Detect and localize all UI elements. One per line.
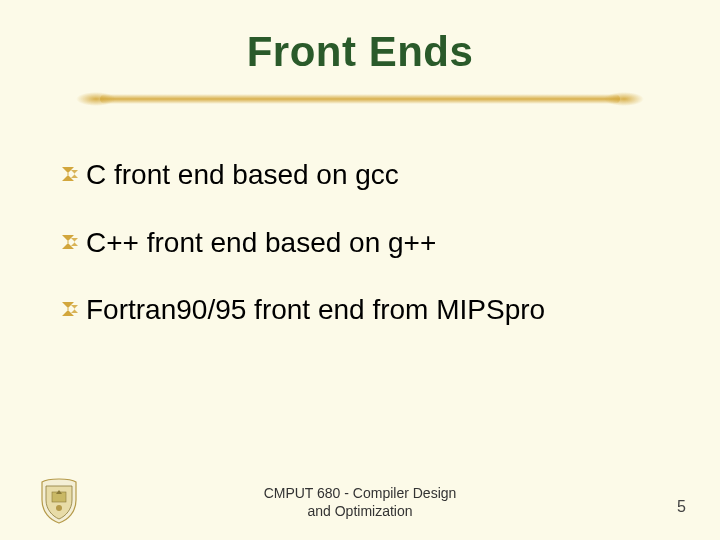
- title-underline: [100, 88, 620, 110]
- content-area: C front end based on gcc C++ front end b…: [0, 110, 720, 327]
- title-area: Front Ends: [0, 0, 720, 110]
- bullet-item: Fortran90/95 front end from MIPSpro: [60, 293, 660, 327]
- slide-title: Front Ends: [0, 28, 720, 76]
- brush-rule-icon: [100, 94, 620, 104]
- footer: CMPUT 680 - Compiler Design and Optimiza…: [0, 474, 720, 524]
- bullet-icon: [60, 164, 82, 188]
- bullet-text: Fortran90/95 front end from MIPSpro: [86, 293, 545, 327]
- page-number: 5: [677, 498, 686, 516]
- footer-text: CMPUT 680 - Compiler Design and Optimiza…: [0, 485, 720, 520]
- bullet-text: C++ front end based on g++: [86, 226, 436, 260]
- footer-line-1: CMPUT 680 - Compiler Design: [0, 485, 720, 503]
- bullet-icon: [60, 232, 82, 256]
- bullet-icon: [60, 299, 82, 323]
- footer-line-2: and Optimization: [0, 503, 720, 521]
- bullet-text: C front end based on gcc: [86, 158, 399, 192]
- bullet-item: C front end based on gcc: [60, 158, 660, 192]
- bullet-item: C++ front end based on g++: [60, 226, 660, 260]
